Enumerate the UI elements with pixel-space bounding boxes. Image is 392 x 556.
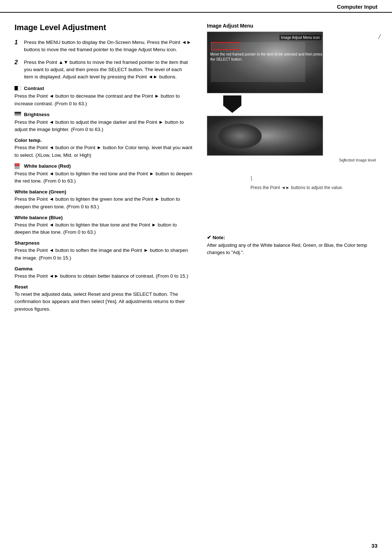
section-brightness: Brightness Press the Point ◄ button to a… [15,112,192,134]
image-top: Image Adjust Menu icon Move the red fram… [207,32,323,93]
color-temp-body: Press the Point ◄ button or the Point ► … [15,144,192,159]
svg-rect-2 [15,112,21,113]
page-content: Image Level Adjustment 1 Press the MENU … [0,13,392,332]
svg-rect-4 [15,115,21,116]
note-box: ✔ Note: After adjusting any of the White… [207,234,377,256]
gamma-title: Gamma [15,266,192,271]
wb-green-title: White balance (Green) [15,189,192,195]
sharpness-title: Sharpness [15,240,192,246]
wb-red-title: White balance (Red) [24,163,71,169]
step-2-text: Press the Point ▲▼ buttons to move the r… [24,59,192,81]
section-brightness-header: Brightness [15,112,192,117]
svg-rect-6 [15,166,20,169]
menu-overlay [211,42,305,82]
press-callout-slash: \ [250,174,377,184]
section-wb-red: White balance (Red) Press the Point ◄ bu… [15,163,192,185]
callout-slash: / [379,33,380,41]
image-bottom [207,116,323,156]
contrast-body: Press the Point ◄ button to decrease the… [15,93,192,107]
header-title: Computer Input [337,4,377,10]
selected-level-slash: / [343,158,345,164]
section-contrast-header: Contrast [15,86,192,91]
note-title: ✔ Note: [207,234,377,240]
svg-rect-0 [15,86,18,90]
arrow-down-container [207,95,377,114]
section-sharpness: Sharpness Press the Point ◄ button to so… [15,240,192,262]
section-wb-green: White balance (Green) Press the Point ◄ … [15,189,192,210]
step-2-number: 2 [15,58,21,81]
header-bar: Computer Input [0,0,392,13]
svg-rect-5 [15,163,20,166]
left-column: Image Level Adjustment 1 Press the MENU … [15,23,203,317]
image-adjust-menu-label: Image Adjust Menu [207,23,377,29]
section-color-temp: Color temp. Press the Point ◄ button or … [15,138,192,159]
press-point-callout: \ Press the Point ◄► buttons to adjust t… [250,174,377,191]
reset-body: To reset the adjusted data, select Reset… [15,291,192,313]
sharpness-body: Press the Point ◄ button to soften the i… [15,247,192,262]
section-gamma: Gamma Press the Point ◄► buttons to obta… [15,266,192,280]
color-temp-title: Color temp. [15,138,192,143]
right-column: Image Adjust Menu Image Adjust Menu icon… [203,23,377,317]
section-reset: Reset To reset the adjusted data, select… [15,284,192,313]
step-1-number: 1 [15,38,21,54]
note-body: After adjusting any of the White balance… [207,242,377,256]
brightness-title: Brightness [24,112,50,117]
step-1: 1 Press the MENU button to display the O… [15,39,192,54]
contrast-title: Contrast [24,86,44,91]
image-top-container: Image Adjust Menu icon Move the red fram… [207,32,377,93]
svg-rect-3 [15,113,21,115]
arrow-down-icon [221,95,243,114]
wb-red-body: Press the Point ◄ button to lighten the … [15,170,192,185]
image-bird-sim [218,123,262,149]
reset-title: Reset [15,284,192,290]
wb-blue-body: Press the Point ◄ button to lighten the … [15,221,192,236]
contrast-icon [15,86,21,91]
wb-red-icon [15,163,21,168]
section-contrast: Contrast Press the Point ◄ button to dec… [15,86,192,107]
image-bottom-container: Selected Image level / [207,116,377,156]
image-menu-icon-label: Image Adjust Menu icon [279,35,321,40]
wb-blue-title: White balance (Blue) [15,215,192,220]
brightness-icon [15,112,21,117]
step-1-text: Press the MENU button to display the On-… [24,39,192,54]
page-number: 33 [371,543,377,549]
brightness-body: Press the Point ◄ button to adjust the i… [15,119,192,134]
wb-green-body: Press the Point ◄ button to lighten the … [15,196,192,210]
callout-left-text: Move the red framed pointer to the item … [210,52,323,62]
page-title: Image Level Adjustment [15,23,192,32]
section-wb-blue: White balance (Blue) Press the Point ◄ b… [15,215,192,236]
gamma-body: Press the Point ◄► buttons to obtain bet… [15,273,192,280]
svg-rect-1 [18,86,21,90]
step-2: 2 Press the Point ▲▼ buttons to move the… [15,59,192,81]
svg-marker-7 [223,95,241,113]
section-wb-red-header: White balance (Red) [15,163,192,169]
